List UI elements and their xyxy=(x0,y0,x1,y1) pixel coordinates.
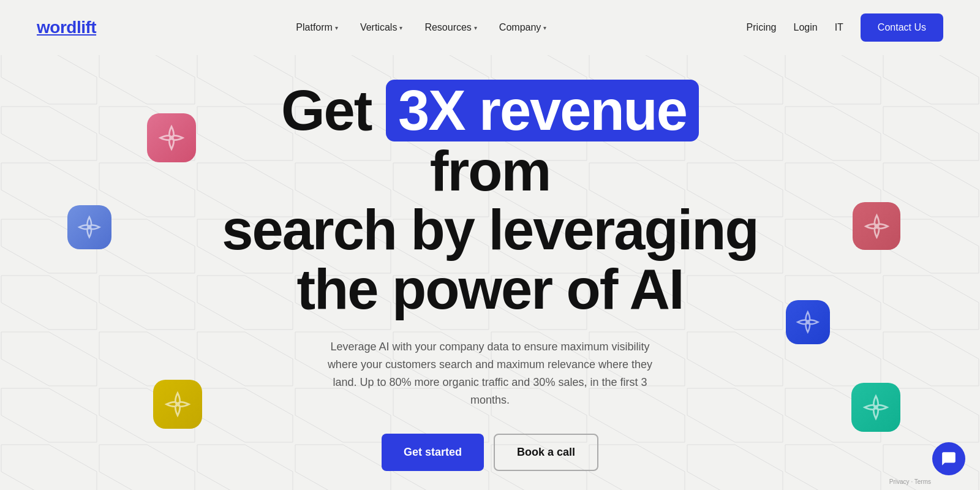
nav-item-verticals[interactable]: Verticals ▾ xyxy=(360,22,402,33)
float-icon-blue-mid-left xyxy=(67,205,111,249)
navigation: wordlift Platform ▾ Verticals ▾ Resource… xyxy=(0,0,980,55)
float-icon-pink-top-left xyxy=(147,113,196,162)
nav-item-resources[interactable]: Resources ▾ xyxy=(424,22,477,33)
get-started-button[interactable]: Get started xyxy=(382,434,484,471)
nav-item-platform[interactable]: Platform ▾ xyxy=(296,22,338,33)
nav-right: Pricing Login IT Contact Us xyxy=(747,13,943,42)
nav-links: Platform ▾ Verticals ▾ Resources ▾ Compa… xyxy=(296,22,546,33)
chevron-down-icon: ▾ xyxy=(474,24,477,31)
nav-language-link[interactable]: IT xyxy=(835,22,843,33)
privacy-text: Privacy · Terms xyxy=(889,478,931,485)
hero-highlight: 3X revenue xyxy=(386,80,699,141)
nav-login-link[interactable]: Login xyxy=(793,22,817,33)
contact-us-button[interactable]: Contact Us xyxy=(861,13,943,42)
float-icon-teal-bottom-right xyxy=(851,383,900,432)
chevron-down-icon: ▾ xyxy=(399,24,402,31)
hero-section: Get 3X revenue from search by leveraging… xyxy=(0,55,980,490)
book-a-call-button[interactable]: Book a call xyxy=(494,434,598,471)
chat-icon xyxy=(941,451,957,467)
chevron-down-icon: ▾ xyxy=(335,24,338,31)
float-icon-blue-right xyxy=(786,300,830,344)
chevron-down-icon: ▾ xyxy=(543,24,546,31)
chat-bubble-button[interactable] xyxy=(932,442,965,475)
hero-subtitle: Leverage AI with your company data to en… xyxy=(325,338,655,409)
logo[interactable]: wordlift xyxy=(37,18,96,37)
float-icon-pink-right xyxy=(853,202,900,250)
nav-pricing-link[interactable]: Pricing xyxy=(747,22,777,33)
float-icon-yellow-bottom-left xyxy=(153,380,202,429)
hero-buttons: Get started Book a call xyxy=(382,434,598,471)
hero-title: Get 3X revenue from search by leveraging… xyxy=(214,80,766,318)
nav-item-company[interactable]: Company ▾ xyxy=(499,22,546,33)
